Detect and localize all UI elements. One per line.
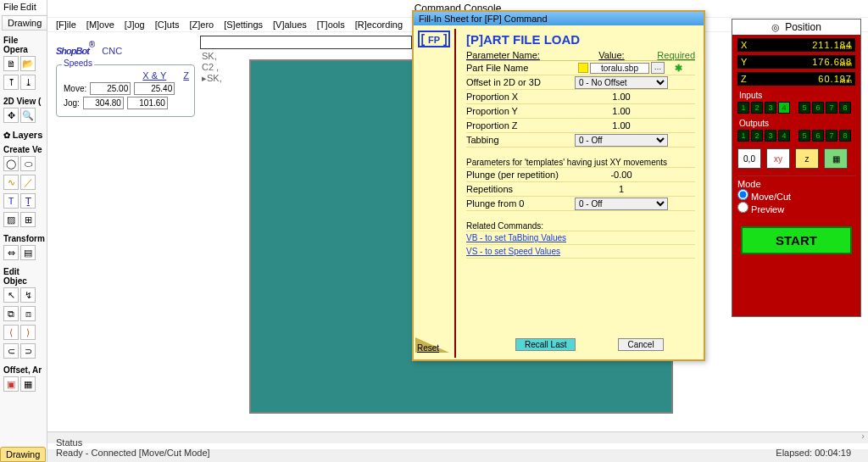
link-vb[interactable]: VB - to set TaBbing Values — [466, 231, 695, 245]
status-label: Status — [56, 437, 851, 448]
new-file-icon[interactable]: 🗎 — [3, 56, 19, 71]
text-icon[interactable]: T — [3, 193, 19, 209]
join-icon[interactable]: ⟨ — [3, 325, 19, 340]
in-led-5: 5 — [798, 102, 810, 114]
recall-last-button[interactable]: Recall Last — [515, 338, 576, 351]
misc1-icon[interactable]: ⊂ — [3, 343, 19, 359]
plunge0-select[interactable]: 0 - Off — [575, 198, 668, 210]
ungroup-icon[interactable]: ⧈ — [20, 306, 36, 321]
move-xy-input[interactable] — [90, 82, 131, 95]
open-file-icon[interactable]: 📂 — [20, 56, 36, 71]
dialog-titlebar[interactable]: Fill-In Sheet for [FP] Command — [414, 12, 704, 25]
out-led-1[interactable]: 1 — [737, 130, 749, 142]
group-icon[interactable]: ⧉ — [3, 306, 19, 321]
ellipse-icon[interactable]: ⬭ — [20, 156, 36, 171]
cancel-button[interactable]: Cancel — [618, 338, 663, 351]
drawing-tab[interactable]: Drawing — [2, 15, 47, 31]
offset-select[interactable]: 0 - No Offset — [575, 76, 668, 89]
text-path-icon[interactable]: Ṯ — [20, 193, 36, 209]
move-z-input[interactable] — [134, 82, 175, 95]
curve-icon[interactable]: ∿ — [3, 175, 19, 190]
keypad-icon[interactable]: ▦ — [824, 148, 848, 169]
zero-axes-icon[interactable]: 0,0 — [737, 148, 761, 169]
trace-icon[interactable]: ▨ — [3, 212, 19, 227]
xy-plate-icon[interactable]: xy — [766, 148, 790, 169]
z-plate-icon[interactable]: z — [795, 148, 819, 169]
row-tabbing-label: Tabbing — [466, 135, 568, 145]
propz-value[interactable]: 1.00 — [575, 120, 668, 131]
out-led-6[interactable]: 6 — [812, 130, 824, 142]
propx-value[interactable]: 1.00 — [575, 92, 668, 102]
command-input[interactable] — [200, 36, 412, 49]
jog-z-input[interactable] — [127, 97, 168, 109]
part-file-input[interactable] — [590, 63, 649, 74]
row-plunge0-label: Plunge from 0 — [466, 198, 568, 209]
menu-settings[interactable]: [S]ettings — [224, 19, 263, 30]
browse-button[interactable]: … — [651, 62, 665, 74]
dro-x: X211.184mm — [737, 38, 855, 52]
drawing-sidebar: File Edit Drawing File Opera 🗎📂 ⤒⤓ 2D Vi… — [0, 0, 47, 462]
offset-icon[interactable]: ▣ — [3, 376, 19, 392]
partfile-flag-icon — [578, 63, 588, 73]
status-text: Ready - Connected [Move/Cut Mode] — [56, 448, 210, 458]
node-edit-icon[interactable]: ↯ — [20, 287, 36, 303]
export-icon[interactable]: ⤓ — [20, 75, 36, 90]
move-label: Move: — [64, 84, 86, 93]
propy-value[interactable]: 1.00 — [575, 106, 668, 116]
pan-icon[interactable]: ✥ — [3, 108, 19, 123]
tabbing-select[interactable]: 0 - Off — [575, 134, 668, 147]
misc2-icon[interactable]: ⊃ — [20, 343, 36, 359]
menu-values[interactable]: [V]alues — [273, 19, 307, 30]
out-led-2[interactable]: 2 — [751, 130, 763, 142]
out-led-5[interactable]: 5 — [798, 130, 810, 142]
start-button[interactable]: START — [741, 226, 852, 254]
out-led-7[interactable]: 7 — [826, 130, 837, 142]
row-partfile-label: Part File Name — [466, 63, 568, 73]
section-transform: Transform — [0, 231, 47, 245]
trim-icon[interactable]: ⟩ — [20, 325, 36, 340]
inputs-label: Inputs — [739, 91, 860, 100]
link-vs[interactable]: VS - to set Speed Values — [466, 245, 695, 259]
menu-tools[interactable]: [T]ools — [317, 19, 345, 30]
zoom-icon[interactable]: 🔍 — [20, 108, 36, 123]
menu-recording[interactable]: [R]ecording — [355, 19, 403, 30]
jog-xy-input[interactable] — [83, 97, 124, 109]
menu-jog[interactable]: [J]og — [125, 19, 145, 30]
select-icon[interactable]: ↖ — [3, 287, 19, 303]
reset-link[interactable]: Reset — [417, 343, 439, 353]
out-led-4[interactable]: 4 — [778, 130, 790, 142]
mode-label: Mode — [737, 179, 761, 189]
row-propx-label: Proportion X — [466, 92, 568, 102]
menu-zero[interactable]: [Z]ero — [189, 19, 214, 30]
mode-preview[interactable]: Preview — [737, 202, 855, 214]
line-icon[interactable]: ／ — [20, 175, 36, 190]
fp-dialog: Fill-In Sheet for [FP] Command [ FP ] Re… — [412, 10, 705, 361]
out-led-8[interactable]: 8 — [839, 130, 851, 142]
dims-icon[interactable]: ⊞ — [20, 212, 36, 227]
hdr-value: Value: — [566, 50, 658, 60]
menu-cuts[interactable]: [C]uts — [155, 19, 180, 30]
array-icon[interactable]: ▦ — [20, 376, 36, 392]
status-bar: Status Ready - Connected [Move/Cut Mode]… — [56, 437, 851, 458]
plunge-value[interactable]: -0.00 — [575, 170, 668, 180]
circle-icon[interactable]: ◯ — [3, 156, 19, 171]
in-led-7: 7 — [826, 102, 837, 114]
menu-file[interactable]: File — [3, 2, 19, 12]
section-layers: ✿ Layers — [0, 126, 47, 142]
position-panel: Position X211.184mm Y176.698mm Z60.197mm… — [732, 19, 861, 317]
elapsed-text: Elapsed: 00:04:19 — [776, 448, 851, 458]
row-plunge-label: Plunge (per repetition) — [466, 170, 568, 180]
move-obj-icon[interactable]: ⇔ — [3, 245, 19, 260]
align-icon[interactable]: ▤ — [20, 245, 36, 260]
reps-value[interactable]: 1 — [575, 184, 668, 194]
in-led-3: 3 — [765, 102, 776, 114]
mode-box: Mode Move/Cut Preview — [737, 175, 855, 214]
mode-movecut[interactable]: Move/Cut — [737, 189, 855, 202]
menu-move[interactable]: [M]ove — [86, 19, 114, 30]
out-led-3[interactable]: 3 — [765, 130, 776, 142]
menu-file2[interactable]: [F]ile — [56, 19, 76, 30]
import-icon[interactable]: ⤒ — [3, 75, 19, 90]
section-edit-obj: Edit Objec — [0, 264, 47, 287]
drawing-bottom-tab[interactable]: Drawing — [0, 447, 46, 462]
menu-edit[interactable]: Edit — [20, 2, 36, 12]
